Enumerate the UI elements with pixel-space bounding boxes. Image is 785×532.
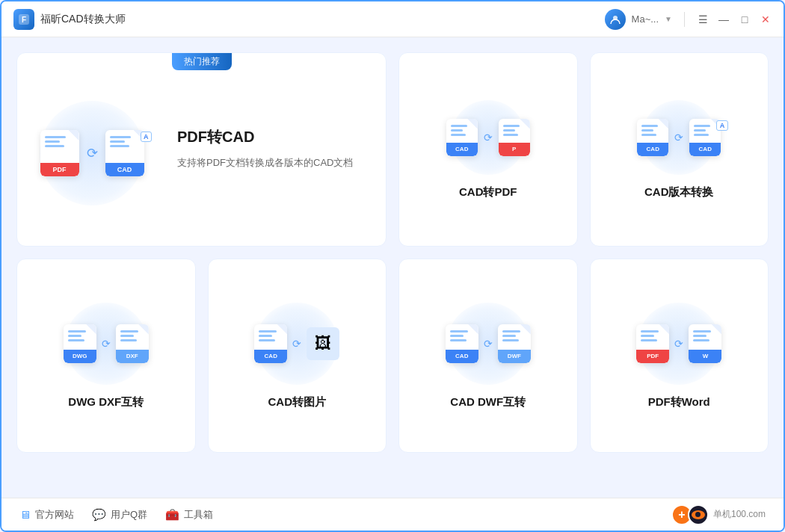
- dual-file-icons: PDF ⟳: [40, 130, 144, 176]
- minimize-button[interactable]: —: [718, 13, 730, 25]
- avatar: [605, 9, 626, 30]
- pdf-to-cad-desc: 支持将PDF文档转换成各版本的CAD文档: [177, 155, 363, 171]
- window-controls: ☰ — □ ✕: [697, 13, 772, 25]
- pdf-to-word-icon: PDF ⟳ W: [638, 303, 720, 385]
- cad-icon: CAD: [446, 119, 478, 156]
- cad-icon: CAD: [446, 324, 478, 363]
- cad-to-image-label: CAD转图片: [268, 395, 327, 409]
- watermark-text: 单机100.com: [713, 508, 766, 521]
- dwg-dxf-icon: DWG ⟳ DXF: [65, 303, 147, 385]
- dual-icons: CAD ⟳ 🖼: [254, 324, 339, 363]
- chevron-down-icon: ▼: [665, 15, 672, 23]
- watermark-area: + 单机100.com: [671, 504, 766, 525]
- official-website-link[interactable]: 🖥 官方网站: [19, 508, 74, 522]
- icon-bg: PDF ⟳: [40, 101, 144, 205]
- maximize-button[interactable]: □: [739, 13, 751, 25]
- card-pdf-to-word[interactable]: PDF ⟳ W: [590, 259, 769, 453]
- cad-version-icon: CAD ⟳ CAD: [641, 100, 716, 175]
- close-button[interactable]: ✕: [760, 13, 772, 25]
- menu-button[interactable]: ☰: [697, 13, 709, 25]
- toolbox-icon: 🧰: [165, 508, 179, 522]
- cad-to-pdf-icon: CAD ⟳ P: [451, 100, 526, 175]
- cad-icon-1: CAD: [637, 119, 668, 156]
- dual-icons: CAD ⟳ DWF: [446, 324, 531, 363]
- icon-bg: DWG ⟳ DXF: [65, 303, 147, 385]
- toolbox-label: 工具箱: [184, 508, 213, 522]
- app-icon: F: [13, 9, 34, 30]
- user-name: Ma~...: [632, 13, 659, 25]
- arrows-icon: ⟳: [292, 338, 301, 350]
- card-cad-to-image[interactable]: CAD ⟳ 🖼 CAD转图片: [208, 259, 387, 453]
- icon-bg: CAD ⟳ 🖼: [256, 303, 338, 385]
- app-title: 福昕CAD转换大师: [40, 13, 126, 26]
- logo-eye: [688, 504, 709, 525]
- pdf-to-word-label: PDF转Word: [648, 395, 710, 409]
- dwf-icon: DWF: [498, 324, 531, 363]
- icon-bg: CAD ⟳ CAD: [641, 100, 716, 175]
- letter-a-badge-2: A: [716, 120, 729, 131]
- card-dwg-dxf[interactable]: DWG ⟳ DXF: [16, 259, 196, 453]
- cad-icon-2: CAD A: [689, 119, 721, 156]
- cad-to-image-icon: CAD ⟳ 🖼: [256, 303, 338, 385]
- logo-icon: +: [671, 504, 709, 525]
- arrows-icon: ⟳: [484, 132, 493, 143]
- dwg-icon: DWG: [64, 324, 96, 363]
- footer-left: 🖥 官方网站 💬 用户Q群 🧰 工具箱: [19, 508, 213, 522]
- qq-group-label: 用户Q群: [111, 508, 147, 522]
- icon-bg: CAD ⟳ P: [451, 100, 526, 175]
- dual-icons: CAD ⟳ P: [446, 119, 530, 156]
- image-icon: 🖼: [307, 327, 339, 360]
- arrows-icon: ⟳: [102, 338, 111, 350]
- divider: [684, 12, 685, 27]
- convert-arrows: ⟳: [87, 145, 98, 161]
- arrows-icon: ⟳: [674, 338, 683, 350]
- toolbox-link[interactable]: 🧰 工具箱: [165, 508, 213, 522]
- titlebar: F 福昕CAD转换大师 Ma~... ▼ ☰ — □ ✕: [1, 1, 784, 37]
- main-content: 热门推荐 PDF: [1, 37, 784, 498]
- letter-a-badge: A: [141, 132, 152, 142]
- svg-text:F: F: [22, 16, 26, 24]
- card-pdf-to-cad[interactable]: 热门推荐 PDF: [16, 52, 387, 247]
- card-grid: 热门推荐 PDF: [16, 52, 769, 453]
- icon-bg: PDF ⟳ W: [638, 303, 720, 385]
- monitor-icon: 🖥: [19, 508, 31, 521]
- pdf-file-icon: PDF: [40, 130, 79, 176]
- qq-group-link[interactable]: 💬 用户Q群: [92, 508, 147, 522]
- cad-file-icon: CAD A: [105, 130, 144, 176]
- cad-dwf-label: CAD DWF互转: [450, 395, 526, 409]
- pdf-icon: PDF: [636, 324, 669, 363]
- dual-icons: DWG ⟳ DXF: [64, 324, 149, 363]
- card-cad-dwf[interactable]: CAD ⟳ DWF: [398, 259, 578, 453]
- titlebar-left: F 福昕CAD转换大师: [13, 9, 126, 30]
- dxf-icon: DXF: [116, 324, 149, 363]
- footer: 🖥 官方网站 💬 用户Q群 🧰 工具箱 + 单机100.com: [1, 498, 784, 531]
- cad-icon: CAD: [254, 324, 287, 363]
- user-area[interactable]: Ma~... ▼: [605, 9, 672, 30]
- pdf-to-cad-title: PDF转CAD: [177, 127, 363, 147]
- pdf-to-cad-text: PDF转CAD 支持将PDF文档转换成各版本的CAD文档: [162, 127, 363, 171]
- titlebar-right: Ma~... ▼ ☰ — □ ✕: [605, 9, 772, 30]
- card-cad-to-pdf[interactable]: CAD ⟳ P: [398, 52, 578, 247]
- cad-dwf-icon: CAD ⟳ DWF: [447, 303, 529, 385]
- chat-icon: 💬: [92, 508, 106, 522]
- cad-version-label: CAD版本转换: [644, 185, 714, 200]
- cad-to-pdf-label: CAD转PDF: [459, 185, 517, 200]
- word-icon: W: [689, 324, 721, 363]
- icon-bg: CAD ⟳ DWF: [447, 303, 529, 385]
- dual-icons: PDF ⟳ W: [636, 324, 721, 363]
- dual-icons: CAD ⟳ CAD: [637, 119, 721, 156]
- footer-right: + 单机100.com: [671, 504, 766, 525]
- pdf-icon: P: [499, 119, 530, 156]
- card-cad-version[interactable]: CAD ⟳ CAD: [590, 52, 769, 247]
- hot-badge: 热门推荐: [172, 53, 232, 70]
- dwg-dxf-label: DWG DXF互转: [68, 395, 144, 409]
- pdf-to-cad-icon-area: PDF ⟳: [40, 101, 144, 205]
- arrows-icon: ⟳: [484, 338, 493, 350]
- arrows-icon: ⟳: [674, 132, 683, 143]
- official-website-label: 官方网站: [35, 508, 74, 522]
